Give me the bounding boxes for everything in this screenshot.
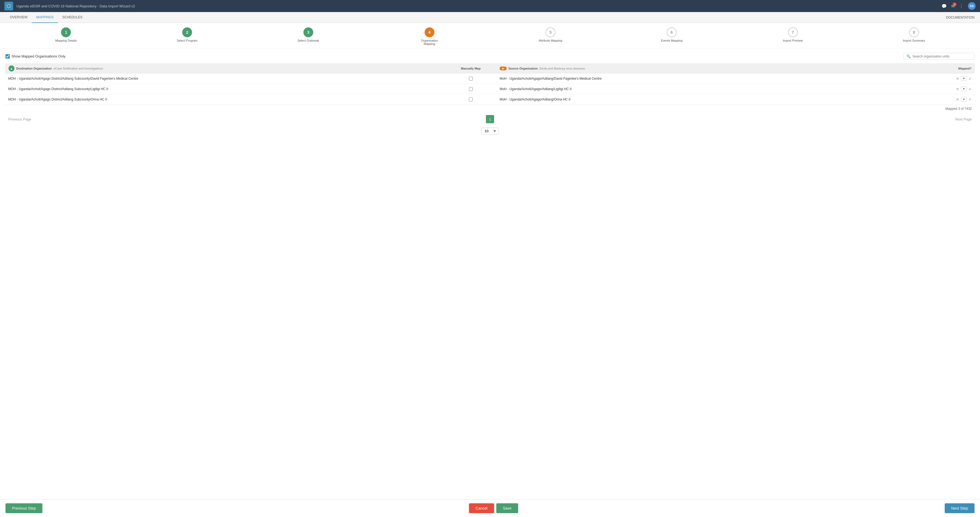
row-1-dropdown-icon[interactable]: ▼ [961,86,967,91]
secondary-nav: OVERVIEW MAPPINGS SCHEDULES DOCUMENTATIO… [0,12,980,23]
dest-header-label: Destination Organization [16,67,52,70]
step-3-circle: 3 [304,27,313,37]
step-6: 6 Events Mapping [611,27,732,42]
row-1-dest: MOH - Uganda/Acholi/Agago District/Adila… [8,87,442,91]
row-2-clear-icon[interactable]: ✕ [956,97,959,102]
table-header: ▲ Destination Organization eCase Notific… [5,64,975,73]
row-1-src: MoH - Uganda/Acholi/Agago/Adilang/Ligili… [500,87,950,91]
top-bar-icons: 💬 ✉ 2 ⋮ SS [942,2,975,10]
show-mapped-label: Show Mapped Organisations Only [11,54,65,58]
app-title: Uganda eIDSR and COVID 19 National Repos… [16,4,942,8]
documentation-link[interactable]: DOCUMENTATION [946,16,975,19]
row-1-actions: ✕ ▼ ✓ [950,86,972,91]
row-0-src: MoH - Uganda/Acholi/Agago/Adilang/David … [500,77,950,80]
step-5-circle: 5 [546,27,555,37]
step-4-circle: 4 [425,27,434,37]
filter-row: Show Mapped Organisations Only 🔍 [5,53,975,60]
row-2-dest: MOH - Uganda/Acholi/Agago District/Adila… [8,97,442,101]
row-0-dropdown-icon[interactable]: ▼ [961,76,967,81]
step-4-label: Organisation Mapping [417,39,442,45]
step-4: 4 Organisation Mapping [369,27,490,45]
dest-icon: ▲ [8,65,14,72]
step-5: 5 Attribute Mapping [490,27,611,42]
src-icon: ▶ [500,67,507,70]
search-icon: 🔍 [907,54,911,58]
table-row: MOH - Uganda/Acholi/Agago District/Adila… [5,84,975,94]
row-0-clear-icon[interactable]: ✕ [956,77,959,81]
row-2-dropdown-icon[interactable]: ▼ [961,97,967,102]
row-2-actions: ✕ ▼ ✓ [950,97,972,102]
page-1-button[interactable]: 1 [486,115,494,123]
col-dest-header: ▲ Destination Organization eCase Notific… [8,65,442,72]
table-row: MOH - Uganda/Acholi/Agago District/Adila… [5,73,975,84]
row-0-manual-checkbox[interactable] [469,77,473,80]
mail-icon[interactable]: ✉ 2 [951,3,955,9]
cancel-button[interactable]: Cancel [469,503,494,513]
avatar[interactable]: SS [968,2,975,10]
app-logo: ⬡ [5,2,13,10]
step-8: 8 Import Summary [853,27,975,42]
row-0-dest: MOH - Uganda/Acholi/Agago District/Adila… [8,77,442,80]
mail-badge: 2 [953,2,956,6]
step-8-circle: 8 [909,27,919,37]
row-1-manual[interactable] [442,87,500,91]
row-1-manual-checkbox[interactable] [469,87,473,91]
dest-subtitle: eCase Notification and Investigations [53,67,103,70]
step-2-circle: 2 [182,27,192,37]
row-2-check-icon: ✓ [969,97,972,102]
nav-mappings[interactable]: MAPPINGS [32,12,58,23]
nav-overview[interactable]: OVERVIEW [5,12,32,23]
row-1-clear-icon[interactable]: ✕ [956,87,959,91]
mapped-count: Mapped 3 of 7432 [8,107,972,111]
src-header-label: Source Organization [508,67,538,70]
row-2-manual-checkbox[interactable] [469,97,473,101]
step-2: 2 Select Program [127,27,248,42]
grid-icon[interactable]: ⋮ [959,3,964,9]
step-2-label: Select Program [177,39,197,42]
prev-step-button[interactable]: Previous Step [5,503,42,513]
step-5-label: Attribute Mapping [539,39,562,42]
step-1-circle: 1 [61,27,71,37]
next-step-button[interactable]: Next Step [945,503,975,513]
top-bar: ⬡ Uganda eIDSR and COVID 19 National Rep… [0,0,980,12]
step-6-circle: 6 [667,27,676,37]
save-button[interactable]: Save [496,503,518,513]
next-page-button[interactable]: Next Page [952,116,975,123]
col-mapped-header: Mapped? [950,67,972,70]
show-mapped-checkbox[interactable] [5,54,10,59]
main-content: Show Mapped Organisations Only 🔍 ▲ Desti… [0,48,980,499]
col-src-header: ▶ Source Organization Ebola and Marburg … [500,67,950,70]
step-1-label: Mapping Details [55,39,77,42]
prev-page-button[interactable]: Previous Page [5,116,34,123]
row-2-src: MoH - Uganda/Acholi/Agago/Adilang/Orina … [500,97,950,101]
search-box: 🔍 [904,53,975,60]
bottom-bar: Previous Step Cancel Save Next Step [0,499,980,517]
row-0-manual[interactable] [442,77,500,80]
step-3-label: Select Outbreak [298,39,319,42]
row-0-check-icon: ✓ [969,77,972,81]
chat-icon[interactable]: 💬 [942,3,947,9]
step-7: 7 Import Preview [732,27,854,42]
wizard-steps: 1 Mapping Details 2 Select Program 3 Sel… [0,23,980,48]
row-1-check-icon: ✓ [969,87,972,91]
rows-per-page-select[interactable]: 10 25 50 100 [482,128,498,134]
nav-schedules[interactable]: SCHEDULES [58,12,87,23]
show-mapped-checkbox-label[interactable]: Show Mapped Organisations Only [5,54,65,59]
src-subtitle: Ebola and Marburg virus diseases [539,67,585,70]
step-3: 3 Select Outbreak [248,27,369,42]
search-input[interactable] [912,54,972,58]
step-8-label: Import Summary [903,39,925,42]
step-6-label: Events Mapping [661,39,682,42]
table-row: MOH - Uganda/Acholi/Agago District/Adila… [5,94,975,105]
col-manual-header: Manually Map [442,67,500,70]
step-7-label: Import Preview [783,39,803,42]
pagination: Previous Page 1 Next Page [5,115,975,123]
rows-per-page: 10 25 50 100 [5,128,975,134]
step-7-circle: 7 [788,27,798,37]
row-0-actions: ✕ ▼ ✓ [950,76,972,81]
step-1: 1 Mapping Details [5,27,127,42]
row-2-manual[interactable] [442,97,500,101]
